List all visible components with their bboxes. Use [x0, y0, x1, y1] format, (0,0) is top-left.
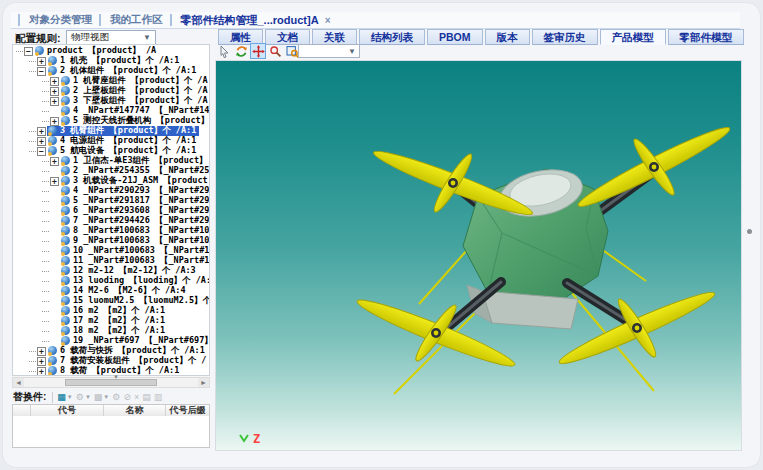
tree-expander-icon[interactable]: −: [37, 67, 46, 76]
table-column-header[interactable]: 名称: [104, 405, 166, 416]
icon-glyph: ⚙: [76, 391, 84, 403]
icon-glyph: ▤: [142, 391, 151, 403]
part-icon: [61, 326, 71, 336]
workspace-tab[interactable]: 零部件结构管理_...roduct]A: [181, 13, 319, 28]
detail-tab[interactable]: 版本: [485, 29, 530, 45]
tree-connector: [42, 201, 49, 202]
tree-connector: [42, 301, 49, 302]
icon-glyph: ▩: [94, 391, 103, 403]
part-icon: [48, 366, 58, 376]
tab-separator: [170, 14, 172, 26]
splitter-handle[interactable]: [747, 229, 752, 234]
replace-table-body[interactable]: [12, 416, 210, 448]
tree-connector: [42, 321, 49, 322]
icon-glyph: ▥: [154, 391, 163, 403]
tree-expander-icon[interactable]: +: [50, 117, 59, 126]
part-icon: [48, 346, 58, 356]
pan-view-icon[interactable]: [250, 43, 266, 59]
part-icon: [61, 106, 71, 116]
table-column-header[interactable]: [13, 405, 31, 416]
part-icon: [48, 146, 58, 156]
tree-expander-icon[interactable]: +: [37, 127, 46, 136]
viewer-config-select[interactable]: ▼: [298, 44, 360, 58]
divider: [52, 392, 53, 403]
icon-glyph: ×: [134, 391, 139, 403]
scroll-left-icon[interactable]: ◄: [13, 378, 24, 387]
window-card: 对象分类管理我的工作区零部件结构管理_...roduct]A× 配置规则: 物理…: [2, 2, 761, 468]
part-icon: [61, 336, 71, 346]
chevron-down-icon: ▼: [143, 33, 151, 42]
part-icon: [48, 356, 58, 366]
part-icon: [61, 246, 71, 256]
icon-glyph: ▦: [57, 391, 66, 403]
scrollbar-thumb[interactable]: [65, 379, 157, 386]
workspace-tab[interactable]: 对象分类管理: [29, 13, 92, 27]
table-column-header[interactable]: 代号后缀: [166, 405, 209, 416]
tree-connector: [42, 181, 49, 182]
tree-connector: [42, 121, 49, 122]
part-icon: [61, 276, 71, 286]
config-rule-select[interactable]: 物理视图 ▼: [66, 30, 156, 45]
tab-separator: [18, 14, 20, 26]
tree-connector: [29, 151, 36, 152]
part-icon: [61, 256, 71, 266]
app-window: 对象分类管理我的工作区零部件结构管理_...roduct]A× 配置规则: 物理…: [0, 0, 763, 470]
axis-z-label: Z: [253, 434, 260, 444]
tree-connector: [42, 341, 49, 342]
tree-connector: [29, 131, 36, 132]
tree-expander-icon[interactable]: +: [37, 347, 46, 356]
model-viewport[interactable]: Z: [215, 60, 742, 451]
detail-tab[interactable]: PBOM: [427, 29, 483, 45]
part-icon: [61, 86, 71, 96]
detail-tab[interactable]: 结构列表: [359, 29, 425, 45]
panel-collapse-icon[interactable]: ▼: [113, 374, 119, 380]
tree-connector: [42, 191, 49, 192]
part-icon: [61, 296, 71, 306]
detail-tab[interactable]: 产品模型: [600, 29, 666, 45]
tree-connector: [29, 141, 36, 142]
tree-expander-icon[interactable]: +: [37, 137, 46, 146]
replace-parts-toolbar: 替换件: ▦▼⚙▼▩▼⚙⊘×▤▥: [13, 390, 165, 404]
icon-glyph: ⚙: [112, 391, 120, 403]
part-icon: [61, 206, 71, 216]
tree-connector: [42, 231, 49, 232]
tree-connector: [42, 111, 49, 112]
zoom-view-icon[interactable]: [267, 43, 283, 59]
tree-expander-icon[interactable]: +: [50, 177, 59, 186]
part-icon: [61, 216, 71, 226]
tree-hscrollbar[interactable]: ◄ ►: [12, 377, 210, 388]
tree-expander-icon[interactable]: −: [24, 47, 33, 56]
tree-item[interactable]: +8 载荷 【product】个 /A:1: [13, 366, 209, 376]
select-cursor-icon[interactable]: [216, 43, 232, 59]
table-column-header[interactable]: 代号: [31, 405, 104, 416]
rotate-view-icon[interactable]: [233, 43, 249, 59]
part-icon: [48, 56, 58, 66]
replace-list-icon[interactable]: ▦▼: [57, 391, 72, 403]
paste-icon: ▥: [154, 391, 163, 403]
tree-expander-icon[interactable]: +: [37, 357, 46, 366]
tree-expander-icon[interactable]: −: [37, 147, 46, 156]
close-icon[interactable]: ×: [325, 15, 331, 26]
part-icon: [61, 76, 71, 86]
detail-tab[interactable]: 签审历史: [532, 29, 598, 45]
tree-expander-icon[interactable]: +: [50, 157, 59, 166]
part-icon: [61, 186, 71, 196]
tree-connector: [42, 311, 49, 312]
workspace-tab[interactable]: 我的工作区: [110, 13, 163, 27]
block-icon: ⊘: [123, 391, 131, 403]
part-icon: [61, 96, 71, 106]
tree-expander-icon[interactable]: +: [37, 367, 46, 376]
replace-parts-label: 替换件:: [13, 390, 46, 404]
detail-tab[interactable]: 零部件模型: [668, 29, 745, 45]
gear-icon: ⚙: [112, 391, 120, 403]
part-icon: [61, 226, 71, 236]
scroll-right-icon[interactable]: ►: [198, 378, 209, 387]
delete-icon: ×: [134, 391, 139, 403]
part-icon: [61, 286, 71, 296]
tree-expander-icon[interactable]: +: [50, 97, 59, 106]
tree-connector: [42, 101, 49, 102]
tree-expander-icon[interactable]: +: [37, 57, 46, 66]
tree-expander-icon[interactable]: +: [50, 77, 59, 86]
tree-expander-icon[interactable]: +: [50, 87, 59, 96]
detail-tab[interactable]: 关联: [312, 29, 357, 45]
